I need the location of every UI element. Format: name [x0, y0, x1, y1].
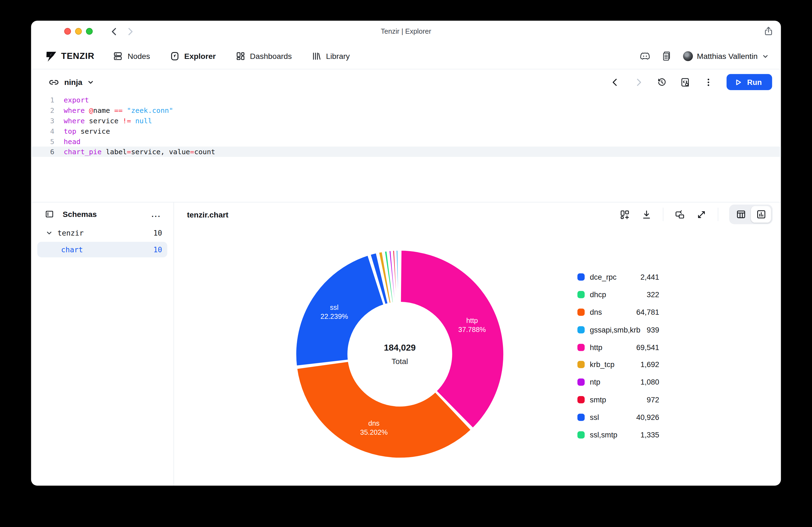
link-icon — [48, 76, 60, 88]
chevron-down-icon — [87, 78, 94, 86]
schema-item-name: chart — [61, 246, 83, 254]
legend-row[interactable]: dns64,781 — [578, 303, 659, 321]
schema-tree: tenzir 10 chart 10 — [31, 225, 173, 257]
pie-slice-http[interactable] — [400, 250, 504, 428]
discord-icon[interactable] — [639, 51, 650, 62]
legend-label: gssapi,smb,krb — [590, 325, 640, 334]
legend-swatch — [578, 273, 585, 280]
code-text: where @name == "zeek.conn" — [64, 105, 173, 116]
chevron-down-icon — [762, 53, 769, 60]
chart-view-button[interactable] — [751, 206, 771, 222]
legend-value: 2,441 — [640, 273, 659, 281]
docs-icon[interactable] — [661, 51, 672, 62]
code-text: where service != null — [64, 116, 152, 126]
add-to-dashboard-icon[interactable] — [620, 209, 630, 220]
code-editor[interactable]: 1export2where @name == "zeek.conn"3where… — [31, 95, 781, 157]
kebab-menu-icon[interactable] — [703, 77, 714, 87]
legend-label: dhcp — [590, 290, 606, 298]
legend-swatch — [578, 291, 585, 298]
run-label: Run — [747, 78, 762, 86]
toolbar-separator — [663, 208, 664, 221]
legend-row[interactable]: dhcp322 — [578, 286, 659, 303]
brand[interactable]: TENZIR — [45, 50, 94, 62]
legend-row[interactable]: krb_tcp1,692 — [578, 356, 659, 374]
pipeline-selector[interactable]: ninja — [48, 76, 94, 88]
legend-swatch — [578, 414, 585, 421]
nav-item-library[interactable]: Library — [311, 51, 350, 61]
legend-label: http — [590, 343, 603, 351]
code-line[interactable]: 1export — [31, 95, 781, 105]
code-text: top service — [64, 126, 110, 136]
legend-label: ntp — [590, 378, 600, 386]
user-name: Matthias Vallentin — [697, 52, 758, 60]
legend-swatch — [578, 431, 585, 439]
share-icon[interactable] — [763, 26, 774, 36]
code-line[interactable]: 3where service != null — [31, 116, 781, 126]
schemas-header: Schemas ... — [31, 202, 173, 225]
result-header: tenzir.chart — [174, 202, 781, 226]
run-button[interactable]: Run — [726, 74, 772, 90]
move-result-icon[interactable] — [674, 209, 685, 220]
result-title: tenzir.chart — [187, 210, 228, 219]
pie-slice-dhcp[interactable] — [399, 250, 400, 303]
dashboards-icon — [235, 51, 245, 61]
code-line[interactable]: 5head — [31, 136, 781, 147]
line-number: 5 — [31, 136, 63, 147]
line-number: 3 — [31, 116, 63, 126]
undo-back-icon[interactable] — [610, 77, 620, 87]
schemas-menu-icon[interactable]: ... — [151, 209, 161, 218]
chevron-down-icon — [45, 229, 53, 236]
expand-icon[interactable] — [696, 209, 707, 220]
line-number: 1 — [31, 95, 63, 105]
legend-swatch — [578, 379, 585, 386]
chart-view-icon — [756, 209, 766, 220]
user-menu[interactable]: Matthias Vallentin — [683, 51, 769, 61]
pie-slice-dns[interactable] — [297, 361, 471, 458]
titlebar: Tenzir | Explorer — [31, 21, 781, 44]
legend-label: dce_rpc — [590, 273, 617, 281]
code-text: export — [64, 95, 89, 105]
legend-value: 1,335 — [640, 431, 659, 439]
download-icon[interactable] — [641, 209, 652, 220]
editor-actions: Run — [610, 74, 772, 90]
code-line[interactable]: 2where @name == "zeek.conn" — [31, 105, 781, 116]
code-search-icon[interactable] — [680, 77, 690, 87]
code-line[interactable]: 4top service — [31, 126, 781, 136]
panel-left-icon[interactable] — [45, 209, 54, 218]
donut-chart[interactable]: http37.788%dns35.202%ssl22.239% — [294, 248, 506, 460]
header-right: Matthias Vallentin — [639, 51, 769, 62]
schema-item-count: 10 — [154, 246, 162, 254]
redo-forward-icon[interactable] — [633, 77, 643, 87]
schemas-title: Schemas — [63, 209, 97, 218]
legend-swatch — [578, 361, 585, 368]
legend-row[interactable]: http69,541 — [578, 338, 659, 356]
library-icon — [311, 51, 321, 61]
code-text: chart_pie label=service, value=count — [64, 147, 215, 157]
legend-row[interactable]: gssapi,smb,krb939 — [578, 321, 659, 338]
legend-row[interactable]: ssl,smtp1,335 — [578, 426, 659, 444]
code-line[interactable]: 6chart_pie label=service, value=count — [31, 147, 781, 157]
code-text: head — [64, 136, 81, 147]
nav-item-explorer[interactable]: Explorer — [170, 51, 216, 61]
line-number: 6 — [31, 147, 63, 157]
legend-row[interactable]: smtp972 — [578, 391, 659, 409]
panel-divider[interactable] — [173, 202, 174, 486]
window-title: Tenzir | Explorer — [31, 27, 781, 35]
legend-row[interactable]: ssl40,926 — [578, 409, 659, 426]
explorer-icon — [170, 51, 180, 61]
schema-item-chart[interactable]: chart 10 — [37, 242, 167, 258]
toolbar-separator — [718, 208, 718, 221]
table-view-button[interactable] — [731, 206, 751, 222]
chart-legend: dce_rpc2,441dhcp322dns64,781gssapi,smb,k… — [578, 268, 659, 444]
legend-swatch — [578, 326, 585, 333]
nav-item-nodes[interactable]: Nodes — [113, 51, 150, 61]
nav-item-dashboards[interactable]: Dashboards — [235, 51, 292, 61]
app-window: Tenzir | Explorer TENZIR — [31, 21, 781, 486]
legend-row[interactable]: dce_rpc2,441 — [578, 268, 659, 286]
schema-group-tenzir[interactable]: tenzir 10 — [31, 225, 173, 241]
legend-swatch — [578, 396, 585, 403]
legend-row[interactable]: ntp1,080 — [578, 374, 659, 391]
history-icon[interactable] — [657, 77, 667, 87]
legend-value: 69,541 — [636, 343, 659, 351]
pie-slice-ssl[interactable] — [295, 255, 384, 366]
